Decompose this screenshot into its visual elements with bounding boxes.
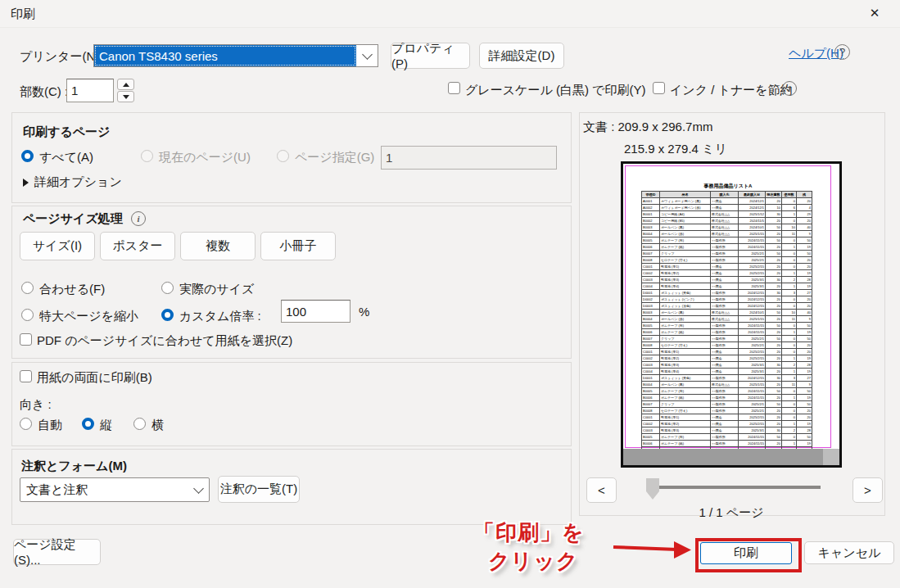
page-setup-button[interactable]: ページ設定(S)...	[13, 539, 101, 565]
radio-all-pages[interactable]	[21, 150, 34, 162]
size-button[interactable]: サイズ(I)	[20, 232, 95, 260]
preview-table-row: B0008セロテープ (替え)○○製作所2025/2/120020	[642, 408, 812, 414]
preview-table-row: B0005ガムテープ (布)○○製作所2024/11/1550050	[642, 388, 812, 395]
comments-list-button[interactable]: 注釈の一覧(T)	[218, 476, 300, 503]
poster-button[interactable]: ポスター	[100, 232, 175, 260]
radio-fit-label[interactable]: 合わせる(F)	[39, 282, 105, 297]
custom-scale-input[interactable]	[281, 300, 351, 323]
copies-input[interactable]	[66, 79, 114, 102]
more-options-expander[interactable]: 詳細オプション	[34, 174, 122, 190]
annotation-line2: クリック	[488, 547, 578, 576]
radio-orientation-landscape-label[interactable]: 横	[152, 418, 164, 433]
radio-orientation-auto-label[interactable]: 自動	[38, 418, 62, 433]
preview-table-row: C0003乾電池 (単3)○○商会2025/3/130228	[642, 427, 812, 434]
preview-table-row: A0001ホワイトボード用ペン (黒)○○商会2024/12/120020	[642, 198, 812, 205]
preview-table-row: B0005ガムテープ (布)○○製作所2024/11/1550050	[642, 237, 812, 244]
radio-actual-size-label[interactable]: 実際のサイズ	[179, 282, 254, 297]
preview-table-row: B0005ガムテープ (布)○○製作所2024/11/1550050	[642, 323, 812, 329]
radio-all-pages-label[interactable]: すべて(A)	[39, 150, 93, 165]
choose-paper-checkbox[interactable]	[20, 333, 32, 346]
preview-table-row: C0002乾電池 (単2)○○商会2025/2/1520119	[642, 355, 812, 362]
next-page-button[interactable]: >	[853, 477, 883, 503]
size-section-title: ページサイズ処理	[23, 211, 123, 227]
preview-table-row: B0007クリップ○○製作所2025/2/150050	[642, 401, 812, 408]
radio-custom-scale[interactable]	[161, 309, 174, 321]
radio-page-range-label: ページ指定(G)	[295, 150, 374, 165]
print-preview: 事務用品備品リストA 管理ID品名購入先最終購入日現在庫数使用数残 A0001ホ…	[621, 161, 842, 468]
multiple-button[interactable]: 複数	[180, 232, 256, 260]
printer-select[interactable]: Canon TS8430 series	[93, 44, 378, 67]
radio-orientation-auto[interactable]	[20, 418, 32, 430]
size-info-icon[interactable]: i	[131, 211, 146, 226]
preview-table-row: C0001乾電池 (単1)○○商会2025/2/1520020	[642, 414, 812, 421]
radio-page-range[interactable]	[277, 150, 289, 162]
preview-doc-table: 管理ID品名購入先最終購入日現在庫数使用数残 A0001ホワイトボード用ペン (…	[641, 191, 812, 460]
preview-table-row: B0004ボールペン (赤)株式会社△△2025/1/1520119	[642, 316, 812, 323]
preview-table-row: B0007クリップ○○製作所2025/2/150050	[642, 336, 812, 342]
cancel-button[interactable]: キャンセル	[804, 541, 894, 564]
preview-table-row: B0008セロテープ (替え)○○製作所2025/2/120020	[642, 257, 812, 264]
duplex-label: 用紙の両面に印刷(B)	[37, 370, 152, 386]
radio-orientation-portrait-label[interactable]: 縦	[100, 418, 112, 433]
chevron-down-icon	[188, 488, 209, 492]
preview-table-row: A0002ホワイトボード用ペン (赤)○○商会2024/12/11064	[642, 205, 812, 211]
radio-orientation-portrait[interactable]	[82, 418, 94, 430]
paper-size-text: 215.9 x 279.4 ミリ	[624, 142, 727, 157]
chevron-down-icon	[356, 45, 378, 66]
close-icon[interactable]: ✕	[856, 0, 893, 26]
ink-info-icon[interactable]: i	[782, 81, 797, 96]
preview-table-row: B0004ボールペン (黒)株式会社△△2025/1/1520119	[642, 382, 812, 388]
preview-table-row: C0003乾電池 (単3)○○商会2025/3/130228	[642, 277, 812, 283]
help-question-icon[interactable]: ?	[834, 44, 850, 60]
radio-shrink-oversized[interactable]	[21, 309, 34, 321]
preview-slider-track[interactable]	[658, 486, 821, 489]
radio-current-page[interactable]	[141, 150, 153, 162]
preview-table-row: C0001乾電池 (単1)○○商会2025/2/1520020	[642, 349, 812, 355]
preview-table-row: C0002乾電池 (単2)○○商会2025/2/1520119	[642, 421, 812, 427]
preview-overflow-band	[623, 449, 823, 465]
radio-fit[interactable]	[21, 282, 34, 294]
copies-decrement-button[interactable]	[117, 91, 134, 102]
preview-table-row: D0001ポストイット (黄色)○○製作所2024/12/1530327	[642, 290, 812, 296]
duplex-checkbox[interactable]	[20, 370, 32, 382]
grayscale-checkbox[interactable]	[448, 82, 460, 94]
comments-dropdown[interactable]: 文書と注釈	[20, 477, 210, 502]
choose-paper-label: PDF のページサイズに合わせて用紙を選択(Z)	[37, 333, 292, 349]
preview-table-row: C0002乾電池 (単2)○○商会2025/2/1520119	[642, 270, 812, 277]
preview-table-row: B0004ボールペン (赤)株式会社△△2025/1/1520119	[642, 231, 812, 237]
radio-custom-scale-label[interactable]: カスタム倍率 :	[179, 309, 261, 324]
preview-table-row: D0003ポストイット (水色)○○製作所2024/12/1520020	[642, 303, 812, 310]
preview-table-header-row: 管理ID品名購入先最終購入日現在庫数使用数残	[642, 192, 812, 198]
previous-page-button[interactable]: <	[586, 477, 617, 503]
preview-table-row: B0005ガムテープ (布)○○製作所2024/11/1550050	[642, 434, 812, 441]
preview-table-row: B0006ガムテープ (紙)○○製作所2024/11/1520119	[642, 395, 812, 401]
title-bar	[0, 0, 900, 28]
preview-table-row: B0006ガムテープ (紙)○○製作所2024/11/1520119	[642, 329, 812, 336]
radio-current-page-label: 現在のページ(U)	[159, 150, 251, 165]
annotation-highlight-box	[695, 538, 802, 572]
radio-actual-size[interactable]	[161, 282, 174, 294]
preview-table-row: C0004乾電池 (単4)○○商会2025/3/120119	[642, 283, 812, 290]
radio-shrink-oversized-label[interactable]: 特大ページを縮小	[39, 309, 138, 324]
page-range-input[interactable]	[381, 146, 557, 170]
expander-arrow-icon[interactable]	[23, 179, 29, 187]
preview-table-row: B0008セロテープ (替え)○○製作所2025/2/120020	[642, 342, 812, 349]
comments-section-title: 注釈とフォーム(M)	[21, 459, 127, 474]
advanced-settings-button[interactable]: 詳細設定(D)	[479, 43, 564, 69]
booklet-button[interactable]: 小冊子	[260, 232, 336, 260]
window-title: 印刷	[11, 7, 35, 22]
comments-dropdown-value: 文書と注釈	[20, 482, 188, 498]
radio-orientation-landscape[interactable]	[133, 418, 146, 430]
preview-table-row: D0002ポストイット (ピンク)○○製作所2024/12/1520020	[642, 296, 812, 303]
orientation-label: 向き :	[20, 397, 52, 413]
preview-table-row: B0002コピー用紙 (B5)株式会社△△2024/11/520020	[642, 218, 812, 224]
preview-table-row: D0001ポストイット (黄色)○○製作所2024/12/1530327	[642, 375, 812, 382]
preview-table-row: C0001乾電池 (単1)○○商会2025/2/1520020	[642, 264, 812, 270]
preview-overflow-band-light	[823, 449, 839, 465]
annotation-line1: 「印刷」を	[473, 518, 585, 547]
properties-button[interactable]: プロパティ(P)	[391, 43, 470, 69]
page-indicator: 1 / 1 ページ	[621, 505, 842, 521]
copies-increment-button[interactable]	[117, 79, 134, 90]
document-size-text: 文書 : 209.9 x 296.7mm	[583, 120, 712, 135]
save-ink-checkbox[interactable]	[653, 82, 665, 94]
